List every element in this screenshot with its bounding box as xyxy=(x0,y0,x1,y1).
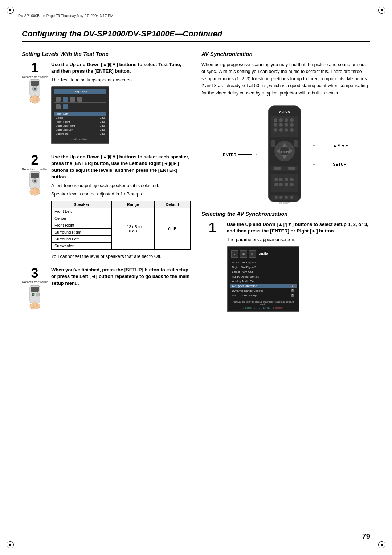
corner-mark-tl xyxy=(7,7,14,14)
av-icon-speaker: ♪ xyxy=(231,250,238,258)
table-row: Front Left −12 dB to0 dB 0 dB xyxy=(52,208,191,215)
svg-point-37 xyxy=(279,128,283,132)
step-1-instruction: Use the Up and Down [▲]/[▼] buttons to s… xyxy=(51,61,191,74)
svg-point-3 xyxy=(34,88,36,90)
step-2-instruction: Use the Up and Down [▲]/[▼] buttons to s… xyxy=(51,154,191,180)
screen-title: Test Tone xyxy=(54,89,106,94)
av-row-0: Digital Out/Digital1 xyxy=(230,260,297,265)
svg-point-11 xyxy=(34,180,36,182)
setup-line xyxy=(317,164,331,164)
screen-row-surround-left: Surround Left0dB xyxy=(54,128,106,132)
arrows-arrow: ← xyxy=(312,143,315,147)
svg-point-65 xyxy=(290,196,293,199)
av-footer-buttons: ● Select ENTER ENTER Selection xyxy=(230,307,297,309)
step-1: 1 Remote controller xyxy=(22,61,191,147)
step-3: 3 Remote controller S xyxy=(22,267,191,307)
svg-point-32 xyxy=(274,123,277,127)
arrows-label-line: ← ▲▼◄► xyxy=(312,143,349,147)
col-speaker: Speaker xyxy=(52,201,112,208)
svg-rect-6 xyxy=(34,95,36,101)
av-row-3: i.LINK Output Setting xyxy=(230,274,297,279)
svg-point-58 xyxy=(279,183,283,186)
step-2-body2: Speaker levels can be adjusted in 1 dB s… xyxy=(51,191,191,198)
svg-point-20 xyxy=(36,293,40,296)
speaker-name: Subwoofer xyxy=(52,243,112,250)
av-select-btn: ● Select xyxy=(243,307,252,309)
step-3-content: When you've finished, press the [SETUP] … xyxy=(51,267,191,289)
svg-point-30 xyxy=(285,118,288,122)
svg-point-29 xyxy=(279,118,283,122)
av-sync-text: When using progressive scanning you may … xyxy=(201,61,370,97)
svg-point-35 xyxy=(290,123,294,127)
svg-point-62 xyxy=(275,196,278,199)
av-footer-text: Adjusts the time difference between imag… xyxy=(230,299,297,307)
default-cell: 0 dB xyxy=(154,208,190,250)
svg-point-38 xyxy=(285,128,288,132)
setup-label: SETUP xyxy=(333,162,346,166)
svg-point-34 xyxy=(285,123,288,127)
av-row-6: Dynamic Range Control 2 xyxy=(230,288,297,293)
step-1-remote-img xyxy=(26,80,43,102)
icon-music xyxy=(77,97,82,102)
svg-rect-23 xyxy=(34,302,36,307)
step-3-number: 3 xyxy=(31,267,38,280)
svg-text:RC-9000V: RC-9000V xyxy=(279,202,290,204)
test-tone-screen: Test Tone Front Left xyxy=(51,86,109,144)
svg-rect-47 xyxy=(271,140,275,147)
av-icon-film: ▤ xyxy=(249,250,256,258)
select-step-1: 1 Use the Up and Down [▲]/[▼] buttons to… xyxy=(201,221,370,315)
step-2-content: Use the Up and Down [▲]/[▼] buttons to s… xyxy=(51,154,191,260)
av-row-4: Analog Audio Out xyxy=(230,279,297,284)
speaker-name: Front Left xyxy=(52,208,112,215)
svg-rect-50 xyxy=(274,167,281,170)
right-column: AV Synchronization When using progressiv… xyxy=(201,51,370,321)
icon-tv xyxy=(56,104,61,109)
av-row-2: Linear PCM Out xyxy=(230,270,297,274)
svg-point-54 xyxy=(279,178,283,181)
icon-note xyxy=(63,104,68,109)
screen-icon-bar-2 xyxy=(54,104,106,110)
svg-rect-52 xyxy=(271,174,298,192)
svg-rect-17 xyxy=(31,287,39,292)
select-step-number: 1 xyxy=(209,221,216,234)
arrows-line xyxy=(317,145,331,145)
enter-label: ENTER xyxy=(223,153,236,157)
svg-text:ENTER: ENTER xyxy=(280,150,289,153)
svg-rect-5 xyxy=(32,96,34,101)
screen-row-center: Center0dB xyxy=(54,116,106,120)
icon-speaker xyxy=(63,97,68,102)
remote-left-labels: ENTER → xyxy=(223,153,257,157)
table-note: You cannot set the level of speakers tha… xyxy=(51,253,191,260)
icon-disc xyxy=(56,97,61,102)
corner-mark-br xyxy=(378,541,385,548)
av-row-1: Digital Out/Digital2 xyxy=(230,265,297,270)
page-meta: DV-SP1000Book Page 79 Thursday,May 27, 2… xyxy=(18,14,113,18)
svg-rect-48 xyxy=(294,140,298,147)
step-1-number: 1 xyxy=(31,61,38,74)
svg-rect-13 xyxy=(32,188,34,193)
svg-point-33 xyxy=(279,123,283,127)
svg-point-57 xyxy=(274,183,278,186)
svg-rect-7 xyxy=(36,96,38,101)
enter-line xyxy=(238,154,252,155)
svg-point-59 xyxy=(285,183,288,186)
svg-rect-15 xyxy=(36,188,38,193)
screen-icon-bar xyxy=(54,96,106,103)
step-2-body1: A test tone is output by each speaker as… xyxy=(51,182,191,189)
svg-rect-51 xyxy=(288,167,295,170)
speaker-name: Center xyxy=(52,215,112,222)
svg-point-56 xyxy=(290,178,294,181)
step-3-remote-img: S xyxy=(26,285,43,307)
svg-point-63 xyxy=(279,196,282,199)
step-3-instruction: When you've finished, press the [SETUP] … xyxy=(51,267,191,287)
av-screen-title: Audio xyxy=(259,252,268,256)
speaker-name: Surround Right xyxy=(52,229,112,236)
remote-container: ENTER → ONKYO xyxy=(201,104,370,206)
select-step-content: Use the Up and Down [▲]/[▼] buttons to s… xyxy=(227,221,370,315)
av-enter-btn: ENTER ENTER xyxy=(254,307,271,309)
range-cell: −12 dB to0 dB xyxy=(112,208,155,250)
step-1-body: The Test Tone settings appear onscreen. xyxy=(51,77,191,84)
svg-point-36 xyxy=(274,128,277,132)
setup-label-line: ← SETUP xyxy=(312,162,346,166)
select-step-instruction: Use the Up and Down [▲]/[▼] buttons to s… xyxy=(227,221,370,234)
